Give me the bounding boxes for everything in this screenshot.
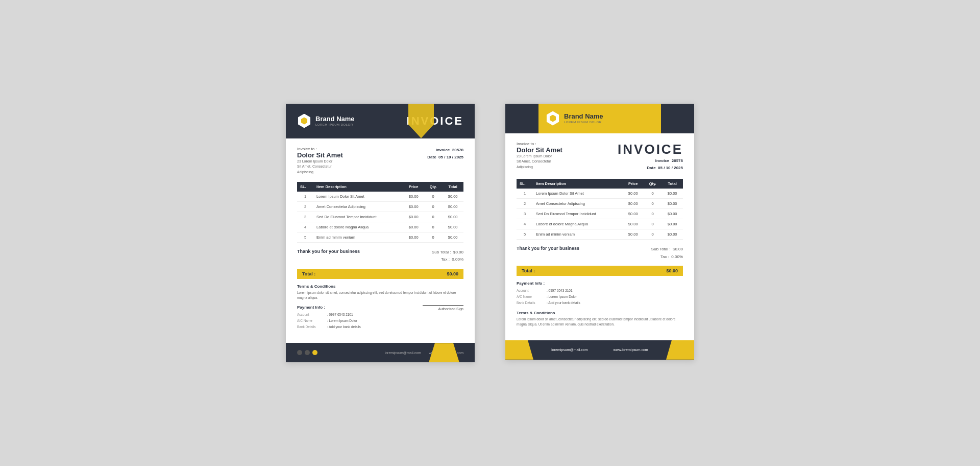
payment-info-section-2: Payment Info : Account : 0997 6543 2101 … — [517, 281, 683, 306]
table-row: 5 Enim ad minim veniam $0.00 0 $0.00 — [517, 229, 683, 240]
thank-you-section-1: Thank you for your business Sub Total : … — [297, 249, 463, 264]
client-name-2: Dolor Sit Amet — [517, 146, 562, 154]
authorised-sign-1: Authorised Sign — [423, 305, 463, 330]
col-total-1: Total — [442, 182, 463, 192]
brand-name-1: Brand Name — [315, 115, 355, 123]
invoice-to-section-1: Invoice to : Dolor Sit Amet 23 Lorem Ips… — [297, 147, 343, 175]
invoice-title-2: INVOICE — [618, 142, 683, 157]
brand-sub-1: LOREM IPSUM DOLOR — [315, 123, 355, 126]
total-bar-1: Total : $0.00 — [297, 269, 463, 279]
invoice-info-row-2: Invoice to : Dolor Sit Amet 23 Lorem Ips… — [517, 142, 683, 172]
subtotal-area-2: Sub Total : $0.00 Tax : 0.00% — [651, 246, 683, 261]
invoice-table-1: SL. Item Description Price Qty. Total 1 … — [297, 182, 463, 243]
col-desc-1: Item Description — [313, 182, 403, 192]
footer-email-2: loremipsum@mail.com — [551, 348, 587, 352]
invoice-card-2: Brand Name LOREM IPSUM DOLOR Invoice to … — [505, 104, 694, 360]
invoice-to-section-2: Invoice to : Dolor Sit Amet 23 Lorem Ips… — [517, 142, 562, 170]
card2-footer: loremipsum@mail.com www.loremipsum.com — [505, 340, 694, 360]
logo-hex-inner-2 — [549, 115, 556, 122]
card2-header-center: Brand Name LOREM IPSUM DOLOR — [538, 104, 661, 133]
col-price-2: Price — [622, 179, 644, 189]
terms-section-1: Terms & Conditions Lorem ipsum dolor sit… — [297, 284, 463, 300]
logo-hex-1 — [297, 114, 311, 128]
col-price-1: Price — [403, 182, 424, 192]
card2-invoice-right: INVOICE Invoice 20578 Date 05 / 10 / 202… — [618, 142, 683, 172]
col-sl-2: SL. — [517, 179, 533, 189]
logo-hex-2 — [546, 111, 560, 126]
total-bar-2: Total : $0.00 — [517, 266, 683, 276]
table-row: 3 Sed Do Eiusmod Tempor Incididunt $0.00… — [297, 212, 463, 222]
table-row: 4 Labore et dolore Magna Aliqua $0.00 0 … — [297, 222, 463, 232]
total-label-2: Total : — [522, 268, 535, 273]
brand-name-2: Brand Name — [564, 113, 603, 120]
payment-info-1: Payment Info : Account : 0997 6543 2101 … — [297, 305, 361, 330]
total-value-1: $0.00 — [447, 271, 458, 276]
card2-header-right — [661, 104, 694, 133]
table-row: 5 Enim ad minim veniam $0.00 0 $0.00 — [297, 232, 463, 243]
invoice-to-label-1: Invoice to : — [297, 147, 343, 151]
terms-title-2: Terms & Conditions — [517, 311, 683, 315]
table-row: 1 Lorem Ipsum Dolor Sit Amet $0.00 0 $0.… — [517, 189, 683, 199]
terms-section-2: Terms & Conditions Lorem ipsum dolor sit… — [517, 311, 683, 327]
thank-you-section-2: Thank you for your business Sub Total : … — [517, 246, 683, 261]
terms-title-1: Terms & Conditions — [297, 284, 463, 289]
total-label-1: Total : — [302, 271, 315, 276]
col-desc-2: Item Description — [533, 179, 622, 189]
table-row: 4 Labore et dolore Magna Aliqua $0.00 0 … — [517, 219, 683, 229]
payment-details-2: Account : 0997 6543 2101 A/C Name : Lore… — [517, 288, 683, 306]
thank-you-text-2: Thank you for your business — [517, 246, 579, 251]
logo-area-1: Brand Name LOREM IPSUM DOLOR — [297, 114, 355, 128]
header-yellow-shape-1 — [408, 104, 434, 138]
sign-line-1 — [423, 305, 463, 306]
brand-sub-2: LOREM IPSUM DOLOR — [564, 121, 603, 124]
card1-header: Brand Name LOREM IPSUM DOLOR INVOICE — [286, 104, 475, 138]
card1-footer: loremipsum@mail.com www.loremipsum.com — [286, 343, 475, 362]
page-container: Brand Name LOREM IPSUM DOLOR INVOICE Inv… — [265, 83, 715, 383]
footer-dot-2 — [305, 350, 310, 355]
footer-dot-yellow — [312, 350, 317, 355]
footer-dots — [297, 350, 317, 355]
client-addr-1: 23 Lorem Ipsum Dolor Sit Amet, Consectet… — [297, 159, 343, 175]
logo-hex-inner-1 — [301, 118, 308, 125]
subtotal-area-1: Sub Total : $0.00 Tax : 0.00% — [432, 249, 463, 264]
brand-text-2: Brand Name LOREM IPSUM DOLOR — [564, 113, 603, 123]
payment-details-1: Account : 0997 6543 2101 A/C Name : Lore… — [297, 312, 361, 330]
col-qty-1: Qty. — [424, 182, 442, 192]
table-row: 2 Amet Consectetur Adipiscing $0.00 0 $0… — [517, 199, 683, 209]
footer-contact-2: loremipsum@mail.com www.loremipsum.com — [517, 348, 683, 352]
card1-body: Invoice to : Dolor Sit Amet 23 Lorem Ips… — [286, 138, 475, 343]
terms-text-2: Lorem ipsum dolor sit amet, consectetur … — [517, 317, 683, 327]
footer-dot-1 — [297, 350, 302, 355]
footer-website-2: www.loremipsum.com — [614, 348, 648, 352]
invoice-card-1: Brand Name LOREM IPSUM DOLOR INVOICE Inv… — [286, 104, 475, 363]
footer-yellow-shape — [429, 343, 459, 362]
card2-body: Invoice to : Dolor Sit Amet 23 Lorem Ips… — [505, 133, 694, 340]
card2-header: Brand Name LOREM IPSUM DOLOR — [505, 104, 694, 133]
invoice-table-2: SL. Item Description Price Qty. Total 1 … — [517, 179, 683, 240]
total-value-2: $0.00 — [666, 268, 678, 273]
invoice-meta-1: Invoice 20578 Date 05 / 10 / 2025 — [427, 147, 463, 175]
table-row: 3 Sed Do Eiusmod Tempor Incididunt $0.00… — [517, 209, 683, 219]
col-qty-2: Qty. — [644, 179, 662, 189]
table-row: 1 Lorem Ipsum Dolor Sit Amet $0.00 0 $0.… — [297, 192, 463, 202]
table-row: 2 Amet Consectetur Adipiscing $0.00 0 $0… — [297, 202, 463, 212]
invoice-meta-2: Invoice 20578 Date 05 / 10 / 2025 — [618, 157, 683, 172]
invoice-info-row-1: Invoice to : Dolor Sit Amet 23 Lorem Ips… — [297, 147, 463, 175]
client-addr-2: 23 Lorem Ipsum Dolor Sit Amet, Consectet… — [517, 154, 562, 170]
client-name-1: Dolor Sit Amet — [297, 151, 343, 159]
terms-text-1: Lorem ipsum dolor sit amet, consectetur … — [297, 290, 463, 300]
col-total-2: Total — [662, 179, 683, 189]
card2-header-left — [505, 104, 538, 133]
payment-section-1: Payment Info : Account : 0997 6543 2101 … — [297, 305, 463, 330]
brand-text-1: Brand Name LOREM IPSUM DOLOR — [315, 115, 355, 126]
thank-you-text-1: Thank you for your business — [297, 249, 360, 254]
col-sl-1: SL. — [297, 182, 313, 192]
invoice-to-label-2: Invoice to : — [517, 142, 562, 146]
footer-email-1: loremipsum@mail.com — [385, 351, 421, 355]
